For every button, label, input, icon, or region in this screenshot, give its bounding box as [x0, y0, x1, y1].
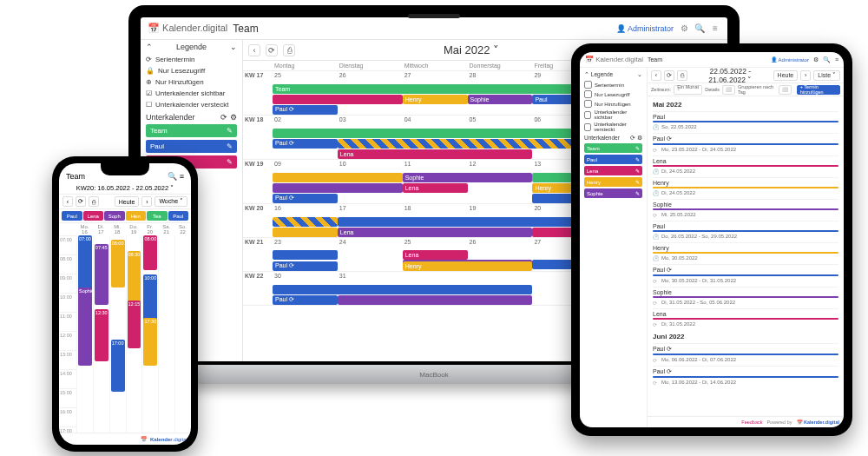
- calendar-chip[interactable]: Hen: [126, 211, 147, 221]
- list-item[interactable]: Paul ⟳ Mo, 06.06.2022 - Di, 07.06.2022: [653, 343, 838, 364]
- calendar-event[interactable]: Paul ⟳: [273, 105, 338, 115]
- list-item[interactable]: Henry Di, 24.05.2022: [653, 177, 838, 197]
- calendar-pill[interactable]: Sophie✎: [584, 188, 642, 198]
- legend-row: Serientermin: [580, 80, 647, 89]
- menu-icon[interactable]: ≡: [180, 172, 184, 181]
- group-label: Gruppieren nach Tag: [738, 84, 776, 95]
- print-button[interactable]: ⎙: [677, 70, 687, 81]
- calendar-chip[interactable]: Paul: [168, 211, 189, 221]
- list-item[interactable]: Paul ⟳ Mo, 30.05.2022 - Di, 31.05.2022: [653, 264, 838, 285]
- legend-row: ⊕Nur Hinzufügen: [141, 76, 242, 88]
- gear-icon[interactable]: ⚙: [679, 23, 689, 34]
- brand-logo: 📅 Kalender.digital: [797, 420, 840, 425]
- refresh-icon[interactable]: ⟳: [220, 113, 227, 122]
- calendar-event[interactable]: 12:15: [128, 301, 141, 348]
- legend-collapse-icon[interactable]: ⌄: [637, 71, 642, 78]
- search-icon[interactable]: 🔍: [823, 56, 831, 63]
- calendar-event[interactable]: [273, 228, 338, 237]
- prev-button[interactable]: ‹: [248, 44, 260, 56]
- phone-range[interactable]: KW20: 16.05.2022 - 22.05.2022 ˅: [59, 182, 191, 195]
- group-toggle[interactable]: ⬜: [779, 85, 792, 95]
- view-select[interactable]: Liste ˅: [813, 70, 840, 81]
- feedback-link[interactable]: Feedback: [741, 420, 762, 425]
- calendar-event[interactable]: [338, 139, 597, 149]
- calendar-event[interactable]: Lena: [338, 149, 533, 159]
- calendar-chip[interactable]: Soph: [104, 211, 125, 221]
- print-button[interactable]: ⎙: [283, 44, 295, 56]
- calendar-event[interactable]: 08:00: [143, 235, 157, 270]
- admin-link[interactable]: 👤 Administrator: [616, 24, 674, 33]
- list-item[interactable]: Lena Di, 31.05.2022: [653, 308, 838, 328]
- list-item[interactable]: Paul Do, 26.05.2022 - So, 29.05.2022: [653, 221, 838, 241]
- menu-icon[interactable]: ≡: [835, 56, 838, 63]
- phone-title: Team: [66, 172, 85, 181]
- calendar-event[interactable]: [273, 173, 403, 182]
- calendar-event[interactable]: [273, 183, 403, 193]
- calendar-pill[interactable]: Paul✎: [146, 140, 237, 153]
- calendar-event[interactable]: [273, 95, 403, 104]
- calendar-event[interactable]: Henry: [403, 95, 468, 104]
- calendar-event[interactable]: Henry: [403, 261, 533, 271]
- calendar-event[interactable]: Sophie: [403, 173, 533, 182]
- menu-icon[interactable]: ≡: [710, 23, 720, 34]
- list-item[interactable]: Sophie Di, 31.05.2022 - So, 05.06.2022: [653, 287, 838, 307]
- date-range[interactable]: 22.05.2022 - 21.06.2022 ˅: [690, 67, 771, 84]
- calendar-event[interactable]: Paul ⟳: [273, 194, 338, 203]
- event-list: Mai 2022 Paul So, 22.05.2022 Paul ⟳ Mo, …: [648, 96, 844, 416]
- calendar-event[interactable]: 17:00: [111, 340, 125, 392]
- legend-row: Unterkalender versteckt: [580, 121, 647, 133]
- calendar-event[interactable]: 12:30: [95, 309, 108, 361]
- calendar-event[interactable]: 17:30: [143, 318, 157, 366]
- legend-collapse-icon[interactable]: ⌄: [230, 43, 237, 51]
- next-button[interactable]: ›: [800, 70, 811, 81]
- gear-icon[interactable]: ⚙: [230, 113, 237, 122]
- today-button[interactable]: Heute: [115, 196, 140, 207]
- calendar-event[interactable]: Paul ⟳: [273, 295, 338, 305]
- legend-row: Unterkalender sichtbar: [580, 109, 647, 121]
- details-toggle[interactable]: ⬜: [722, 85, 735, 95]
- calendar-event[interactable]: Paul ⟳: [273, 261, 338, 271]
- refresh-button[interactable]: ⟳: [76, 196, 86, 207]
- calendar-pill[interactable]: Team✎: [584, 143, 642, 153]
- calendar-pill[interactable]: Team✎: [146, 124, 237, 137]
- refresh-button[interactable]: ⟳: [664, 70, 674, 81]
- calendar-event[interactable]: [273, 217, 338, 227]
- view-select[interactable]: Woche ˅: [155, 196, 187, 207]
- tablet-sidebar: ⌃ Legende⌄ SerienterminNur LesezugriffNu…: [580, 68, 648, 427]
- list-item[interactable]: Henry Mo, 30.05.2022: [653, 242, 838, 262]
- list-item[interactable]: Paul ⟳ Mo, 13.06.2022 - Di, 14.06.2022: [653, 366, 838, 387]
- calendar-chip[interactable]: Paul: [62, 211, 82, 221]
- next-button[interactable]: ›: [141, 196, 152, 207]
- prev-button[interactable]: ‹: [62, 196, 73, 207]
- gear-icon[interactable]: ⚙: [813, 56, 819, 63]
- list-item[interactable]: Paul ⟳ Mo, 23.05.2022 - Di, 24.05.2022: [653, 133, 838, 154]
- calendar-event[interactable]: Sophie: [78, 287, 92, 366]
- calendar-chip[interactable]: Tea: [147, 211, 168, 221]
- calendar-pill[interactable]: Lena✎: [584, 166, 642, 175]
- refresh-button[interactable]: ⟳: [266, 44, 278, 56]
- calendar-pill[interactable]: Paul✎: [584, 155, 642, 164]
- list-item[interactable]: Paul So, 22.05.2022: [653, 111, 838, 131]
- admin-link[interactable]: 👤 Administrator: [771, 56, 809, 63]
- calendar-event[interactable]: 08:00: [111, 240, 125, 287]
- calendar-event[interactable]: Lena: [403, 250, 468, 260]
- calendar-event[interactable]: Lena: [338, 228, 533, 237]
- calendar-event[interactable]: Sophie: [468, 95, 533, 104]
- calendar-chip[interactable]: Lena: [83, 211, 104, 221]
- calendar-event[interactable]: [273, 285, 532, 294]
- print-button[interactable]: ⎙: [89, 196, 99, 207]
- calendar-event[interactable]: Lena: [403, 183, 468, 193]
- list-item[interactable]: Lena Di, 24.05.2022: [653, 155, 838, 175]
- calendar-pill[interactable]: Henry✎: [584, 177, 642, 187]
- today-button[interactable]: Heute: [773, 70, 799, 81]
- search-icon[interactable]: 🔍: [694, 23, 705, 34]
- calendar-event[interactable]: [273, 250, 338, 260]
- list-item[interactable]: Sophie Mi, 25.05.2022: [653, 199, 838, 219]
- search-icon[interactable]: 🔍: [168, 172, 177, 181]
- period-select[interactable]: Ein Monat ˅: [674, 85, 702, 95]
- prev-button[interactable]: ‹: [651, 70, 661, 81]
- calendar-event[interactable]: Paul ⟳: [273, 139, 338, 149]
- calendar-event[interactable]: [338, 295, 533, 305]
- calendar-event[interactable]: 07:45: [95, 244, 108, 305]
- add-event-button[interactable]: + Termin hinzufügen: [797, 85, 840, 95]
